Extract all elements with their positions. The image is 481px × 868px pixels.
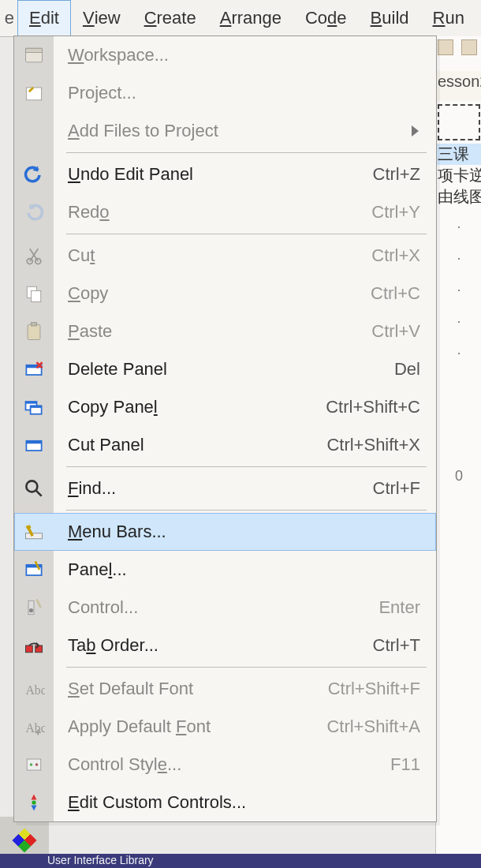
menubar-item-arrange[interactable]: Arrange (208, 0, 293, 36)
font-apply-icon: Abc (14, 708, 54, 746)
menuitem-delete-panel[interactable]: Delete PanelDel (14, 350, 436, 388)
menuitem-label: Cut (54, 245, 364, 266)
menuitem-apply-default-font[interactable]: AbcApply Default FontCtrl+Shift+A (14, 708, 436, 746)
svg-point-28 (30, 763, 33, 766)
tab-fragment[interactable]: esson2 (436, 71, 481, 101)
menuitem-tab-order[interactable]: Tab Order...Ctrl+T (14, 627, 436, 664)
text-fragment-line-3: 由线图 (436, 186, 481, 208)
menuitem-shortcut: Ctrl+Shift+F (320, 679, 420, 699)
toolbar-icon[interactable] (461, 39, 477, 55)
menuitem-edit-custom-controls[interactable]: Edit Custom Controls... (14, 784, 436, 821)
diamond-icon[interactable] (12, 828, 36, 852)
svg-point-29 (35, 763, 39, 766)
menubar-item-run[interactable]: Run (421, 0, 476, 36)
menuitem-shortcut: Ctrl+C (363, 283, 420, 304)
menuitem-paste[interactable]: PasteCtrl+V (14, 312, 436, 350)
menuitem-copy[interactable]: CopyCtrl+C (14, 275, 436, 312)
menu-separator (66, 234, 427, 234)
menubar-item-view[interactable]: View (71, 0, 132, 36)
svg-rect-1 (26, 48, 43, 52)
menuitem-shortcut: Ctrl+T (365, 635, 421, 656)
svg-rect-18 (26, 533, 43, 539)
cut-icon (14, 237, 54, 275)
menuitem-label: Undo Edit Panel (54, 164, 365, 185)
custom-controls-icon (14, 784, 54, 821)
menuitem-find[interactable]: Find...Ctrl+F (14, 470, 436, 507)
menuitem-label: Control... (54, 597, 371, 618)
text-fragment-line-1: 三课 (436, 144, 481, 165)
menubar-item-code[interactable]: Code (293, 0, 359, 36)
menubar-item-edit[interactable]: Edit (17, 0, 71, 36)
menuitem-shortcut: Ctrl+Shift+C (318, 397, 420, 417)
menu-separator (66, 466, 427, 467)
menuitem-add-files-to-project[interactable]: Add Files to Project (14, 112, 436, 150)
menuitem-shortcut: Ctrl+X (364, 245, 420, 266)
menuitem-shortcut: Ctrl+Shift+A (319, 716, 420, 737)
menuitem-label: Project... (54, 83, 420, 103)
menuitem-cut[interactable]: CutCtrl+X (14, 237, 436, 275)
text-fragment-line-2: 项卡逆 (436, 165, 481, 186)
taborder-icon (14, 627, 54, 664)
menubar-item-create[interactable]: Create (132, 0, 208, 36)
menuitem-control[interactable]: Control...Enter (14, 589, 436, 627)
svg-point-17 (26, 481, 37, 492)
editor-background-right: esson2 三课 项卡逆 由线图 . . . . . 0 (435, 36, 481, 868)
menuitem-copy-panel[interactable]: Copy PanelCtrl+Shift+C (14, 388, 436, 426)
text-fragment-dot: . (436, 208, 481, 239)
menubar-item-build[interactable]: Build (359, 0, 421, 36)
svg-text:Abc: Abc (26, 683, 46, 697)
menuitem-label: Panel... (54, 559, 420, 580)
menuitem-redo[interactable]: RedoCtrl+Y (14, 193, 436, 231)
menuitem-cut-panel[interactable]: Cut PanelCtrl+Shift+X (14, 426, 436, 464)
menuitem-label: Paste (54, 321, 364, 342)
svg-rect-14 (31, 406, 42, 408)
workspace-icon (14, 36, 54, 74)
menuitem-label: Set Default Font (54, 679, 320, 699)
edit-menu-dropdown: Workspace...Project...Add Files to Proje… (13, 36, 437, 822)
control-icon (14, 589, 54, 627)
menuitem-label: Find... (54, 478, 365, 499)
menu-separator (66, 152, 427, 153)
menubar: e EditViewCreateArrangeCodeBuildRun (0, 0, 481, 37)
menuitem-label: Tab Order... (54, 635, 365, 656)
menuitem-shortcut: Ctrl+F (365, 478, 421, 499)
menubar-item-truncated[interactable]: e (0, 0, 17, 36)
menuitem-workspace[interactable]: Workspace... (14, 36, 436, 74)
menuitem-control-style[interactable]: Control Style...F11 (14, 746, 436, 784)
menuitem-shortcut: F11 (382, 754, 420, 775)
delete-panel-icon (14, 350, 54, 388)
svg-rect-12 (26, 402, 37, 404)
menuitem-panel[interactable]: Panel... (14, 551, 436, 589)
svg-rect-6 (32, 291, 41, 302)
menuitem-label: Cut Panel (54, 435, 319, 455)
project-icon (14, 74, 54, 112)
paste-icon (14, 312, 54, 350)
copy-panel-icon (14, 388, 54, 426)
menuitem-icon-empty (14, 112, 54, 150)
redo-icon (14, 193, 54, 231)
menuitem-shortcut: Ctrl+Shift+X (319, 435, 420, 455)
menuitem-label: Apply Default Font (54, 716, 319, 737)
menuitem-label: Copy (54, 283, 363, 304)
menuitem-shortcut: Ctrl+Y (364, 202, 420, 223)
menuitem-menu-bars[interactable]: Menu Bars... (14, 513, 436, 551)
svg-rect-7 (28, 324, 40, 339)
menu-separator (66, 667, 427, 668)
style-icon (14, 746, 54, 784)
menuitem-label: Delete Panel (54, 359, 386, 380)
menuitem-label: Menu Bars... (54, 522, 420, 542)
menuitem-shortcut: Enter (371, 597, 420, 618)
panel-icon (14, 551, 54, 589)
right-value: 0 (436, 460, 481, 492)
cut-panel-icon (14, 426, 54, 464)
undo-icon (14, 155, 54, 193)
svg-rect-24 (35, 645, 43, 653)
menuitem-undo-edit-panel[interactable]: Undo Edit PanelCtrl+Z (14, 155, 436, 193)
menuitem-label: Redo (54, 202, 364, 223)
menuitem-shortcut: Ctrl+V (364, 321, 420, 342)
font-set-icon: Abc (14, 670, 54, 708)
toolbar-icon[interactable] (438, 39, 453, 55)
menuitem-project[interactable]: Project... (14, 74, 436, 112)
svg-rect-27 (27, 759, 41, 770)
menuitem-set-default-font[interactable]: AbcSet Default FontCtrl+Shift+F (14, 670, 436, 708)
